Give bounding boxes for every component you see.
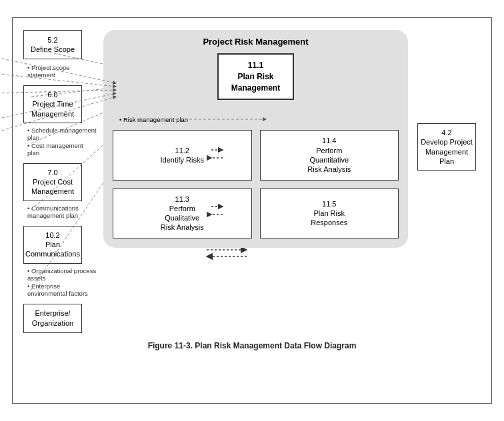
svg-line-12 xyxy=(0,57,116,83)
comm-label: Communications management plan xyxy=(27,205,97,220)
risk-plan-label: • Risk management plan xyxy=(119,116,405,123)
diagram-container: 5.2 Define Scope Project scope statement… xyxy=(12,17,492,404)
risk-management-area: Project Risk Management 11.1 Plan Risk M… xyxy=(103,30,408,248)
ext-box-enterprise-wrap: Enterprise/ Organization xyxy=(23,304,97,333)
main-layout: 5.2 Define Scope Project scope statement… xyxy=(23,30,481,333)
right-column: 4.2 Develop Project Management Plan xyxy=(417,30,481,171)
ext-box-enterprise: Enterprise/ Organization xyxy=(23,304,82,333)
left-arrows-svg xyxy=(0,47,119,140)
risk-area-title: Project Risk Management xyxy=(203,37,308,47)
svg-line-16 xyxy=(0,97,116,133)
svg-line-14 xyxy=(0,90,116,93)
ext-box-10-2: 10.2 Plan Communications xyxy=(23,226,82,264)
ext-box-7-0-wrap: 7.0 Project Cost Management xyxy=(23,163,97,201)
box-11-5: 11.5 Plan Risk Responses xyxy=(260,189,399,238)
ext-box-4-2: 4.2 Develop Project Management Plan xyxy=(417,123,476,171)
box-11-1: 11.1 Plan Risk Management xyxy=(217,53,294,100)
inner-boxes-grid: 11.2 Identify Risks 11.4 Perform Quantit… xyxy=(113,130,399,238)
svg-line-13 xyxy=(0,73,116,87)
diagram-caption: Figure 11-3. Plan Risk Management Data F… xyxy=(23,341,481,350)
org-label: Organizational process assets Enterprise… xyxy=(27,267,97,298)
box-11-2: 11.2 Identify Risks xyxy=(113,130,252,180)
risk-mgmt-area-wrap: Project Risk Management 11.1 Plan Risk M… xyxy=(103,30,408,248)
box-11-4: 11.4 Perform Quantitative Risk Analysis xyxy=(260,130,399,180)
box-11-3: 11.3 Perform Qualitative Risk Analysis xyxy=(113,189,252,238)
svg-line-15 xyxy=(0,93,116,120)
ext-box-7-0: 7.0 Project Cost Management xyxy=(23,163,82,201)
ext-box-10-2-wrap: 10.2 Plan Communications xyxy=(23,226,97,264)
box-11-1-row: 11.1 Plan Risk Management xyxy=(113,53,399,111)
